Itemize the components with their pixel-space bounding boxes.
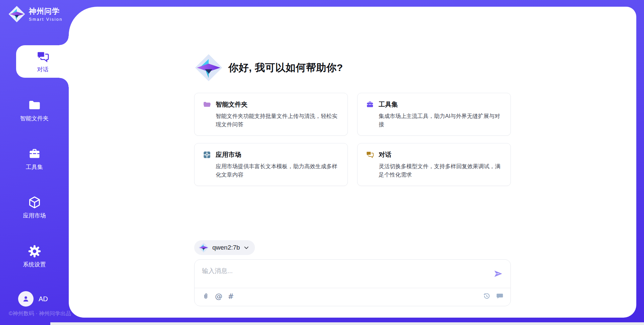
message-input[interactable] xyxy=(202,265,477,277)
card-description: 应用市场提供丰富长文本模板，助力高效生成多样化文章内容 xyxy=(216,162,339,179)
chat-icon xyxy=(366,150,374,159)
attach-button[interactable] xyxy=(202,292,210,301)
composer: @ # xyxy=(194,259,511,306)
send-button[interactable] xyxy=(493,269,504,279)
card-toolset[interactable]: 工具集 集成市场上主流工具，助力AI与外界无缝扩展与对接 xyxy=(357,93,511,136)
cube-icon xyxy=(28,195,42,209)
chat-icon xyxy=(36,50,50,64)
user-menu[interactable]: AD xyxy=(18,291,48,307)
feedback-button[interactable] xyxy=(496,292,504,300)
hashtag-button[interactable]: # xyxy=(228,292,234,301)
sidebar-item-label: 应用市场 xyxy=(23,212,46,219)
window-bottom-edge xyxy=(50,322,644,325)
model-name: qwen2:7b xyxy=(212,244,240,251)
card-description: 智能文件夹功能支持批量文件上传与清洗，轻松实现文件问答 xyxy=(216,112,339,129)
avatar xyxy=(18,291,34,307)
card-title: 应用市场 xyxy=(216,150,241,159)
send-icon xyxy=(493,269,503,278)
card-title: 对话 xyxy=(379,150,391,159)
hashtag-icon: # xyxy=(228,292,234,301)
model-selector[interactable]: qwen2:7b xyxy=(194,240,255,255)
feature-cards: 智能文件夹 智能文件夹功能支持批量文件上传与清洗，轻松实现文件问答 工具集 集成… xyxy=(194,93,511,186)
composer-divider xyxy=(195,288,511,288)
folder-open-icon xyxy=(203,100,211,109)
model-diamond-logo-icon xyxy=(198,242,209,253)
sidebar-item-label: 智能文件夹 xyxy=(20,115,49,122)
brand-diamond-logo-icon xyxy=(8,5,25,23)
greeting: 你好, 我可以如何帮助你? xyxy=(194,53,511,82)
folder-icon xyxy=(28,98,42,112)
card-description: 灵活切换多模型文件，支持多样回复效果调试，满足个性化需求 xyxy=(379,162,502,179)
card-chat[interactable]: 对话 灵活切换多模型文件，支持多样回复效果调试，满足个性化需求 xyxy=(357,143,511,186)
sidebar-item-label: 系统设置 xyxy=(23,261,46,268)
toolbox-icon xyxy=(28,147,42,161)
sidebar-item-label: 对话 xyxy=(37,66,49,73)
feedback-icon xyxy=(496,292,504,300)
greeting-title: 你好, 我可以如何帮助你? xyxy=(228,61,343,75)
mention-button[interactable]: @ xyxy=(215,292,222,301)
user-initials: AD xyxy=(39,295,48,303)
sidebar-item-chat[interactable]: 对话 xyxy=(16,45,69,78)
footer-copyright: ©神州数码 · 神州问学出品 xyxy=(9,310,71,317)
sidebar-item-toolset[interactable]: 工具集 xyxy=(0,147,69,171)
attachment-icon xyxy=(202,292,210,301)
history-icon xyxy=(483,292,491,300)
brand-subtitle: Smart Vision xyxy=(29,17,63,22)
card-title: 工具集 xyxy=(379,100,398,109)
toolbox-icon xyxy=(366,100,374,109)
greeting-diamond-logo-icon xyxy=(194,53,223,82)
history-button[interactable] xyxy=(483,292,491,300)
tab-fillet-top xyxy=(59,36,69,45)
sidebar-item-smart-folder[interactable]: 智能文件夹 xyxy=(0,98,69,122)
card-app-market[interactable]: 应用市场 应用市场提供丰富长文本模板，助力高效生成多样化文章内容 xyxy=(194,143,348,186)
brand-name: 神州问学 xyxy=(29,6,63,16)
grid-icon xyxy=(203,150,211,159)
card-description: 集成市场上主流工具，助力AI与外界无缝扩展与对接 xyxy=(379,112,502,129)
card-smart-folder[interactable]: 智能文件夹 智能文件夹功能支持批量文件上传与清洗，轻松实现文件问答 xyxy=(194,93,348,136)
sidebar-item-app-market[interactable]: 应用市场 xyxy=(0,195,69,219)
brand: 神州问学 Smart Vision xyxy=(8,5,63,23)
tab-fillet-bottom xyxy=(59,78,69,87)
main-panel: 你好, 我可以如何帮助你? 智能文件夹 智能文件夹功能支持批量文件上传与清洗，轻… xyxy=(69,7,636,318)
mention-icon: @ xyxy=(215,292,222,301)
sidebar-item-settings[interactable]: 系统设置 xyxy=(0,244,69,268)
person-icon xyxy=(21,295,30,303)
card-title: 智能文件夹 xyxy=(216,100,248,109)
chevron-down-icon xyxy=(243,245,250,251)
sidebar-item-label: 工具集 xyxy=(26,163,43,171)
gear-icon xyxy=(28,244,42,258)
